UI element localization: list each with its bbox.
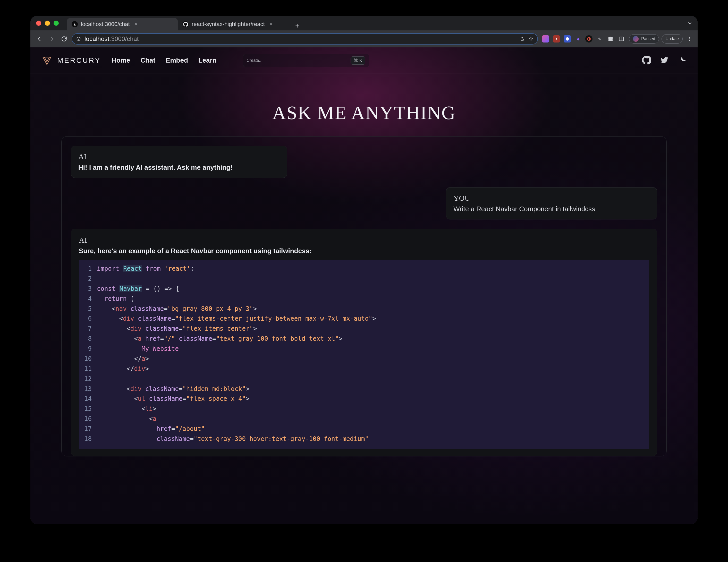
kbd-shortcut: ⌘ K bbox=[351, 56, 365, 65]
extension-icon[interactable] bbox=[585, 35, 592, 42]
share-icon[interactable] bbox=[519, 36, 525, 42]
titlebar: ▲ localhost:3000/chat react-syntax-highl… bbox=[30, 16, 698, 30]
forward-button[interactable] bbox=[47, 34, 57, 44]
back-button[interactable] bbox=[35, 34, 44, 44]
nav-home[interactable]: Home bbox=[112, 56, 130, 64]
extension-icon[interactable]: ✦ bbox=[553, 35, 560, 42]
tab-active[interactable]: ▲ localhost:3000/chat bbox=[67, 18, 178, 30]
message-role: AI bbox=[78, 152, 280, 161]
brand[interactable]: MERCURY bbox=[41, 55, 101, 66]
address-bar[interactable]: localhost:3000/chat bbox=[72, 33, 538, 45]
window-controls bbox=[33, 21, 61, 26]
site-info-icon[interactable] bbox=[76, 36, 81, 42]
tab-title: react-syntax-highlighter/react bbox=[192, 21, 265, 28]
url-text: localhost:3000/chat bbox=[84, 35, 139, 42]
close-window-button[interactable] bbox=[36, 21, 41, 26]
extensions-menu-icon[interactable] bbox=[607, 35, 614, 42]
page-title: ASK ME ANYTHING bbox=[30, 102, 698, 124]
app-header: MERCURY Home Chat Embed Learn Create... … bbox=[30, 47, 698, 74]
chat-panel: AI Hi! I am a friendly AI assistant. Ask… bbox=[61, 136, 667, 456]
tab-title: localhost:3000/chat bbox=[81, 21, 130, 28]
profile-paused-pill[interactable]: Paused bbox=[629, 34, 659, 44]
sidepanel-icon[interactable] bbox=[618, 35, 625, 42]
command-placeholder: Create... bbox=[247, 58, 263, 63]
bookmark-icon[interactable] bbox=[528, 36, 534, 42]
brand-name: MERCURY bbox=[57, 56, 101, 65]
update-label: Update bbox=[665, 37, 679, 41]
minimize-window-button[interactable] bbox=[45, 21, 50, 26]
message-role: AI bbox=[79, 236, 649, 244]
command-input[interactable]: Create... ⌘ K bbox=[243, 54, 369, 67]
close-tab-button[interactable] bbox=[133, 21, 139, 27]
message-ai-code: AI Sure, here's an example of a React Na… bbox=[71, 229, 657, 456]
tab-inactive[interactable]: react-syntax-highlighter/react bbox=[178, 18, 291, 30]
svg-point-4 bbox=[689, 38, 690, 39]
main-nav: Home Chat Embed Learn bbox=[112, 56, 217, 64]
svg-point-3 bbox=[689, 37, 690, 38]
profile-avatar-icon bbox=[633, 36, 639, 42]
extension-icon[interactable]: ◆ bbox=[574, 35, 582, 42]
tabs-overflow-button[interactable] bbox=[686, 20, 693, 27]
page: MERCURY Home Chat Embed Learn Create... … bbox=[30, 47, 698, 524]
logo-icon bbox=[41, 55, 53, 66]
triangle-icon: ▲ bbox=[72, 21, 78, 27]
message-ai: AI Hi! I am a friendly AI assistant. Ask… bbox=[71, 146, 287, 178]
github-icon bbox=[182, 21, 189, 27]
nav-learn[interactable]: Learn bbox=[198, 56, 217, 64]
theme-toggle-icon[interactable] bbox=[678, 56, 687, 65]
paused-label: Paused bbox=[641, 37, 655, 41]
browser-toolbar: localhost:3000/chat ✦ ◆ ✎ Paused Update bbox=[30, 30, 698, 47]
extension-icon[interactable]: ✎ bbox=[596, 35, 603, 42]
message-lead: Sure, here's an example of a React Navba… bbox=[79, 247, 649, 255]
fullscreen-window-button[interactable] bbox=[54, 21, 59, 26]
reload-button[interactable] bbox=[59, 34, 69, 44]
close-tab-button[interactable] bbox=[268, 21, 274, 27]
update-button[interactable]: Update bbox=[662, 34, 683, 44]
extension-icon[interactable] bbox=[542, 35, 549, 42]
github-icon[interactable] bbox=[642, 56, 651, 65]
svg-point-5 bbox=[689, 40, 690, 41]
header-icons bbox=[642, 56, 687, 65]
svg-rect-2 bbox=[619, 37, 624, 41]
nav-embed[interactable]: Embed bbox=[166, 56, 188, 64]
new-tab-button[interactable] bbox=[293, 21, 302, 30]
message-text: Write a React Navbar Component in tailwi… bbox=[453, 205, 650, 213]
extension-icon[interactable] bbox=[564, 35, 571, 42]
browser-window: ▲ localhost:3000/chat react-syntax-highl… bbox=[30, 16, 698, 524]
twitter-icon[interactable] bbox=[660, 56, 669, 65]
message-user: YOU Write a React Navbar Component in ta… bbox=[446, 187, 657, 219]
message-text: Hi! I am a friendly AI assistant. Ask me… bbox=[78, 164, 280, 172]
browser-menu-button[interactable] bbox=[685, 35, 693, 43]
extensions: ✦ ◆ ✎ bbox=[540, 35, 627, 42]
nav-chat[interactable]: Chat bbox=[140, 56, 155, 64]
tab-strip: ▲ localhost:3000/chat react-syntax-highl… bbox=[67, 16, 302, 30]
code-block[interactable]: 1import React from 'react'; 2 3const Nav… bbox=[79, 260, 649, 449]
message-role: YOU bbox=[453, 194, 650, 202]
